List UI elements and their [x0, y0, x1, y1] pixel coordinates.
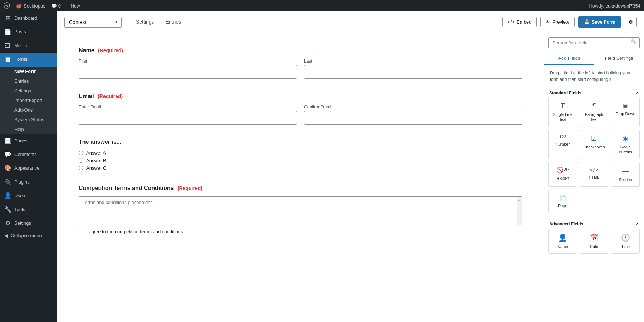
- radio-item-c[interactable]: Answer C: [79, 165, 522, 171]
- tab-entries[interactable]: Entries: [160, 16, 187, 28]
- form-tabs: Settings Entries: [130, 16, 187, 28]
- field-search-input[interactable]: [548, 37, 640, 48]
- enter-email-col: Enter Email: [79, 104, 297, 125]
- field-card-html[interactable]: </> HTML: [580, 162, 609, 187]
- gear-icon: ⚙: [629, 19, 633, 25]
- sidebar-sub-item-add-ons[interactable]: Add-Ons: [0, 105, 57, 115]
- sidebar-item-label: Appearance: [14, 165, 39, 171]
- form-name-select-wrapper: Contest ▼: [64, 17, 122, 28]
- drag-hint: Drag a field to the left to start buildi…: [544, 65, 644, 87]
- last-name-input[interactable]: [304, 65, 522, 79]
- embed-icon: </>: [508, 19, 514, 25]
- radio-input-a[interactable]: [79, 151, 83, 155]
- sidebar-item-dashboard[interactable]: ⊞ Dashboard: [0, 11, 57, 25]
- checkboxes-icon: ☑: [591, 135, 597, 142]
- main-layout: ⊞ Dashboard 📄 Posts 🖼 Media 📋 Forms New …: [0, 11, 644, 322]
- radio-input-c[interactable]: [79, 166, 83, 170]
- tab-field-settings[interactable]: Field Settings: [594, 52, 644, 65]
- email-required-badge: (Required): [98, 93, 123, 99]
- field-card-radio-buttons[interactable]: ◉ Radio Buttons: [611, 130, 640, 160]
- sidebar-item-settings[interactable]: ⚙ Settings: [0, 216, 57, 230]
- radio-input-b[interactable]: [79, 158, 83, 163]
- preview-button[interactable]: 👁 Preview: [540, 17, 574, 27]
- field-card-advanced-2[interactable]: 📅 Date: [580, 229, 609, 254]
- appearance-icon: 🎨: [4, 164, 11, 172]
- name-field-row: First Last: [79, 59, 522, 79]
- radio-buttons-icon: ◉: [623, 135, 628, 142]
- field-card-paragraph-text[interactable]: ¶ Paragraph Text: [580, 98, 609, 127]
- first-name-input[interactable]: [79, 65, 297, 79]
- collapse-menu-button[interactable]: ◀ Collapse menu: [0, 230, 57, 241]
- save-icon: 💾: [584, 19, 590, 25]
- tab-add-fields[interactable]: Add Fields: [544, 52, 594, 65]
- html-icon: </>: [590, 167, 599, 172]
- form-builder: Name (Required) First Last: [57, 33, 644, 322]
- email-field-section: Email (Required) Enter Email Confirm Ema…: [79, 93, 522, 125]
- main-content: Contest ▼ Settings Entries </> Embed 👁: [57, 11, 644, 322]
- site-name[interactable]: 🐙 Socktopus: [16, 3, 45, 9]
- sidebar-item-media[interactable]: 🖼 Media: [0, 39, 57, 53]
- plugins-icon: 🔌: [4, 178, 11, 186]
- new-item-button[interactable]: + New: [67, 3, 80, 9]
- sidebar-sub-item-settings[interactable]: Settings: [0, 86, 57, 96]
- field-card-checkboxes[interactable]: ☑ Checkboxes: [580, 130, 609, 160]
- standard-fields-collapse-icon[interactable]: ∧: [636, 91, 639, 96]
- sidebar-item-users[interactable]: 👤 Users: [0, 189, 57, 203]
- confirm-email-input[interactable]: [304, 111, 522, 125]
- svg-text:W: W: [5, 4, 9, 7]
- forms-icon: 📋: [4, 55, 11, 63]
- section-icon: —: [622, 167, 629, 175]
- sidebar-sub-item-help[interactable]: Help: [0, 125, 57, 134]
- advanced-1-icon: 👤: [558, 233, 567, 242]
- last-name-label: Last: [304, 59, 522, 64]
- advanced-fields-header: Advanced Fields ∧: [544, 218, 644, 229]
- field-card-drop-down[interactable]: ▣ Drop Down: [611, 98, 640, 127]
- form-name-select[interactable]: Contest: [64, 17, 122, 28]
- preview-icon: 👁: [546, 19, 550, 25]
- sidebar-sub-item-system-status[interactable]: System Status: [0, 115, 57, 125]
- sidebar-item-pages[interactable]: 📃 Pages: [0, 134, 57, 148]
- textarea-scrollbar[interactable]: ▲: [517, 197, 522, 225]
- sidebar-sub-item-entries[interactable]: Entries: [0, 76, 57, 86]
- sidebar-item-posts[interactable]: 📄 Posts: [0, 25, 57, 39]
- terms-textarea[interactable]: [79, 196, 522, 225]
- sidebar-sub-item-import-export[interactable]: Import/Export: [0, 96, 57, 105]
- advanced-fields-grid: 👤 Name 📅 Date 🕐 Time: [544, 229, 644, 258]
- email-field-label: Email (Required): [79, 93, 522, 99]
- enter-email-input[interactable]: [79, 111, 297, 125]
- agree-checkbox-input[interactable]: [79, 230, 83, 234]
- field-card-single-line-text[interactable]: T Single Line Text: [548, 98, 577, 127]
- field-card-advanced-1[interactable]: 👤 Name: [548, 229, 577, 254]
- sidebar-item-appearance[interactable]: 🎨 Appearance: [0, 161, 57, 175]
- standard-fields-header: Standard Fields ∧: [544, 87, 644, 98]
- name-required-badge: (Required): [98, 48, 123, 53]
- embed-button[interactable]: </> Embed: [502, 17, 537, 27]
- radio-item-b[interactable]: Answer B: [79, 158, 522, 163]
- gear-settings-button[interactable]: ⚙: [625, 17, 637, 27]
- sidebar-item-plugins[interactable]: 🔌 Plugins: [0, 175, 57, 189]
- answer-field-section: The answer is... Answer A Answer B An: [79, 139, 522, 171]
- save-form-button[interactable]: 💾 Save Form: [578, 16, 621, 28]
- field-card-advanced-3[interactable]: 🕐 Time: [611, 229, 640, 254]
- field-card-hidden[interactable]: 🚫👁 Hidden: [548, 162, 577, 187]
- plus-icon: +: [67, 3, 69, 9]
- hidden-icon: 🚫👁: [556, 167, 569, 174]
- field-card-section[interactable]: — Section: [611, 162, 640, 187]
- radio-item-a[interactable]: Answer A: [79, 150, 522, 156]
- sidebar-item-tools[interactable]: 🔧 Tools: [0, 203, 57, 216]
- sidebar-item-label: Tools: [14, 206, 25, 213]
- field-card-page[interactable]: 📄 Page: [548, 190, 577, 213]
- sidebar-item-comments[interactable]: 💬 Comments: [0, 148, 57, 161]
- terms-required-badge: (Required): [177, 185, 203, 191]
- name-field-section: Name (Required) First Last: [79, 47, 522, 79]
- comments-badge[interactable]: 💬 0: [51, 3, 61, 9]
- sidebar-item-forms[interactable]: 📋 Forms: [0, 53, 57, 66]
- field-card-number[interactable]: 123 Number: [548, 130, 577, 160]
- agree-checkbox-label[interactable]: I agree to the competition terms and con…: [79, 229, 522, 234]
- tab-settings[interactable]: Settings: [130, 16, 160, 28]
- advanced-3-icon: 🕐: [621, 233, 630, 242]
- last-name-col: Last: [304, 59, 522, 79]
- advanced-fields-collapse-icon[interactable]: ∧: [636, 221, 639, 226]
- sidebar-sub-item-new-form[interactable]: New Form: [0, 67, 57, 76]
- terms-field-label: Competition Terms and Conditions (Requir…: [79, 185, 522, 191]
